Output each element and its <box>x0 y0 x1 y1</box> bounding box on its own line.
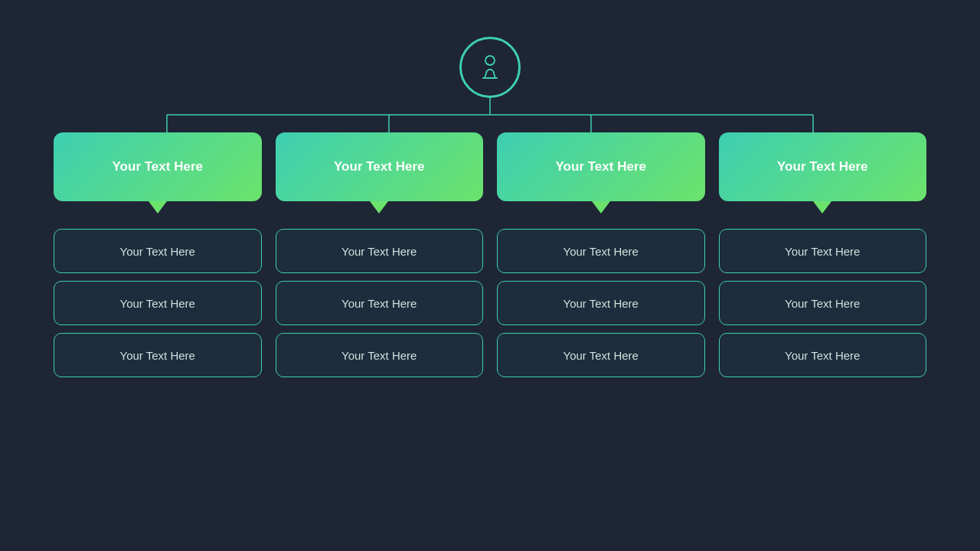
connector-svg <box>31 98 949 132</box>
sub-card-1-1: Your Text Here <box>54 229 262 273</box>
column-4: Your Text HereYour Text HereYour Text He… <box>719 132 927 377</box>
sub-card-4-1: Your Text Here <box>719 229 927 273</box>
column-2: Your Text HereYour Text HereYour Text He… <box>276 132 484 377</box>
sub-cards-area-3: Your Text HereYour Text HereYour Text He… <box>497 229 705 377</box>
sub-card-4-2: Your Text Here <box>719 281 927 325</box>
column-1: Your Text HereYour Text HereYour Text He… <box>54 132 262 377</box>
sub-card-2-1: Your Text Here <box>276 229 484 273</box>
sub-cards-area-2: Your Text HereYour Text HereYour Text He… <box>276 229 484 377</box>
header-card-1: Your Text Here <box>54 132 262 201</box>
center-icon-wrapper <box>459 37 521 98</box>
svg-point-0 <box>485 56 495 65</box>
sub-card-3-3: Your Text Here <box>497 333 705 377</box>
sub-card-1-2: Your Text Here <box>54 281 262 325</box>
columns-wrapper: Your Text HereYour Text HereYour Text He… <box>31 132 949 377</box>
center-circle <box>459 37 521 98</box>
sub-card-4-3: Your Text Here <box>719 333 927 377</box>
sub-card-2-2: Your Text Here <box>276 281 484 325</box>
chess-pawn-icon <box>473 51 507 84</box>
sub-card-3-1: Your Text Here <box>497 229 705 273</box>
column-3: Your Text HereYour Text HereYour Text He… <box>497 132 705 377</box>
header-card-2: Your Text Here <box>276 132 484 201</box>
header-card-4: Your Text Here <box>719 132 927 201</box>
sub-cards-area-1: Your Text HereYour Text HereYour Text He… <box>54 229 262 377</box>
sub-card-3-2: Your Text Here <box>497 281 705 325</box>
sub-cards-area-4: Your Text HereYour Text HereYour Text He… <box>719 229 927 377</box>
sub-card-1-3: Your Text Here <box>54 333 262 377</box>
connector-area <box>31 98 949 132</box>
sub-card-2-3: Your Text Here <box>276 333 484 377</box>
header-card-3: Your Text Here <box>497 132 705 201</box>
